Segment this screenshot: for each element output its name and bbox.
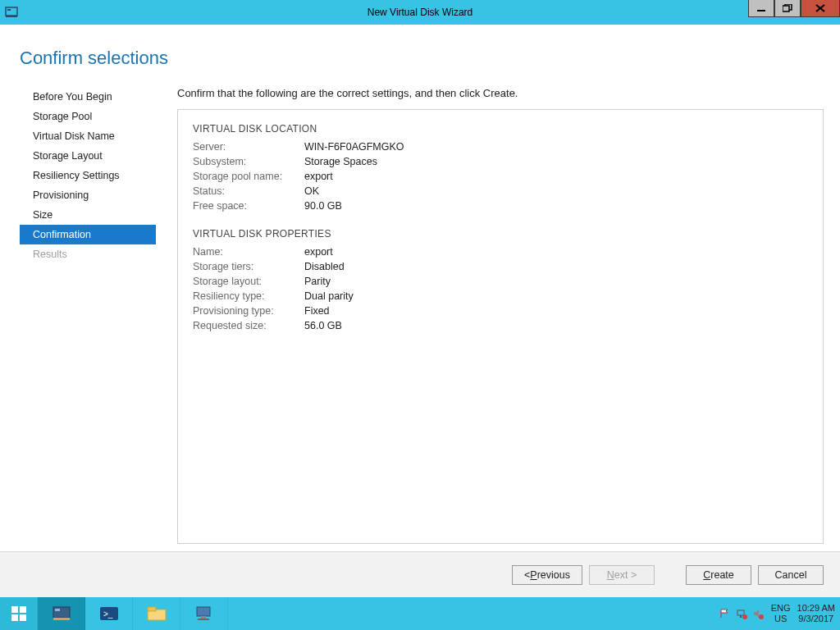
svg-rect-12: [53, 607, 70, 618]
taskbar-file-explorer[interactable]: [133, 597, 180, 630]
maximize-button[interactable]: [774, 0, 801, 17]
layout-label: Storage layout:: [193, 276, 304, 287]
server-manager-icon: [0, 0, 23, 25]
resiliency-value: Dual parity: [304, 290, 354, 302]
row-tiers: Storage tiers: Disabled: [193, 259, 808, 274]
network-icon[interactable]: [735, 607, 748, 620]
flag-icon[interactable]: [719, 607, 732, 620]
step-before-you-begin[interactable]: Before You Begin: [20, 87, 156, 107]
properties-heading: VIRTUAL DISK PROPERTIES: [193, 228, 808, 240]
step-results: Results: [20, 244, 156, 264]
row-layout: Storage layout: Parity: [193, 274, 808, 289]
taskbar-powershell[interactable]: >_: [85, 597, 133, 630]
minimize-button[interactable]: [748, 0, 774, 17]
svg-text:>_: >_: [103, 609, 113, 619]
taskbar-virtual-machine[interactable]: [180, 597, 228, 630]
provisioning-label: Provisioning type:: [193, 305, 304, 317]
svg-rect-1: [7, 9, 11, 11]
step-storage-layout[interactable]: Storage Layout: [20, 146, 156, 166]
status-label: Status:: [193, 185, 304, 197]
step-size[interactable]: Size: [20, 205, 156, 225]
tiers-value: Disabled: [304, 261, 345, 272]
row-subsystem: Subsystem: Storage Spaces: [193, 154, 808, 169]
previous-button[interactable]: < Previous: [512, 565, 582, 585]
svg-rect-22: [737, 610, 744, 615]
requested-size-value: 56.0 GB: [304, 320, 342, 331]
titlebar: New Virtual Disk Wizard: [0, 0, 840, 25]
row-pool: Storage pool name: export: [193, 169, 808, 184]
server-label: Server:: [193, 141, 304, 153]
next-post: ext >: [614, 569, 637, 581]
name-label: Name:: [193, 246, 304, 258]
name-value: export: [304, 246, 333, 258]
free-space-label: Free space:: [193, 200, 304, 212]
svg-rect-3: [757, 10, 765, 11]
previous-post: revious: [537, 569, 570, 581]
tiers-label: Storage tiers:: [193, 261, 304, 272]
pool-value: export: [304, 171, 333, 182]
svg-rect-11: [20, 614, 26, 621]
close-button[interactable]: [801, 0, 840, 17]
previous-pre: <: [524, 569, 530, 581]
svg-rect-10: [11, 614, 18, 621]
create-button[interactable]: Create: [686, 565, 751, 585]
server-value: WIN-F6F0AGFMGKO: [304, 141, 404, 153]
svg-rect-20: [201, 616, 206, 619]
create-post: reate: [710, 569, 734, 581]
tray-clock[interactable]: 10:29 AM 9/3/2017: [797, 603, 835, 624]
step-resiliency-settings[interactable]: Resiliency Settings: [20, 166, 156, 185]
svg-rect-14: [53, 618, 70, 620]
cancel-button[interactable]: Cancel: [758, 565, 824, 585]
tray-icons: [719, 607, 765, 620]
row-name: Name: export: [193, 244, 808, 259]
step-virtual-disk-name[interactable]: Virtual Disk Name: [20, 126, 156, 146]
tray-date: 9/3/2017: [798, 614, 833, 624]
svg-point-25: [759, 614, 764, 619]
step-confirmation[interactable]: Confirmation: [20, 225, 156, 244]
step-provisioning[interactable]: Provisioning: [20, 185, 156, 205]
pool-label: Storage pool name:: [193, 171, 304, 182]
row-server: Server: WIN-F6F0AGFMGKO: [193, 139, 808, 154]
window-title: New Virtual Disk Wizard: [0, 7, 840, 18]
svg-rect-18: [148, 607, 156, 611]
tray-lang2: US: [774, 614, 787, 624]
taskbar-server-manager[interactable]: [38, 597, 85, 630]
main-area: Before You Begin Storage Pool Virtual Di…: [0, 69, 840, 584]
provisioning-value: Fixed: [304, 305, 330, 317]
subsystem-label: Subsystem:: [193, 156, 304, 167]
content-pane: Confirm that the following are the corre…: [156, 87, 824, 584]
next-accel: N: [607, 569, 614, 581]
svg-rect-2: [6, 16, 17, 17]
svg-rect-8: [11, 606, 18, 613]
wizard-steps: Before You Begin Storage Pool Virtual Di…: [0, 87, 156, 584]
taskbar: >_ ENG US 10:29 AM 9/3/2017: [0, 597, 840, 630]
svg-rect-9: [20, 606, 26, 613]
row-resiliency: Resiliency type: Dual parity: [193, 289, 808, 304]
row-provisioning: Provisioning type: Fixed: [193, 304, 808, 318]
row-requested-size: Requested size: 56.0 GB: [193, 318, 808, 333]
tray-lang1: ENG: [771, 603, 791, 614]
step-storage-pool[interactable]: Storage Pool: [20, 107, 156, 126]
svg-rect-23: [740, 615, 742, 618]
row-free-space: Free space: 90.0 GB: [193, 199, 808, 213]
status-value: OK: [304, 185, 319, 197]
tray-language[interactable]: ENG US: [771, 603, 791, 624]
page-title: Confirm selections: [0, 25, 840, 69]
svg-rect-19: [197, 607, 210, 616]
system-tray: ENG US 10:29 AM 9/3/2017: [719, 597, 840, 630]
wizard-footer: < Previous Next > Create Cancel: [0, 551, 840, 597]
requested-size-label: Requested size:: [193, 320, 304, 331]
start-button[interactable]: [0, 597, 38, 630]
svg-point-24: [742, 614, 747, 619]
previous-accel: P: [530, 569, 536, 581]
free-space-value: 90.0 GB: [304, 200, 342, 212]
tray-time: 10:29 AM: [797, 603, 835, 614]
svg-rect-0: [6, 7, 17, 16]
instruction-text: Confirm that the following are the corre…: [177, 87, 824, 99]
svg-rect-21: [198, 619, 209, 620]
volume-icon[interactable]: [751, 607, 765, 620]
svg-rect-13: [55, 609, 60, 611]
settings-panel: VIRTUAL DISK LOCATION Server: WIN-F6F0AG…: [177, 109, 824, 544]
next-button: Next >: [589, 565, 655, 585]
create-accel: C: [703, 569, 710, 581]
